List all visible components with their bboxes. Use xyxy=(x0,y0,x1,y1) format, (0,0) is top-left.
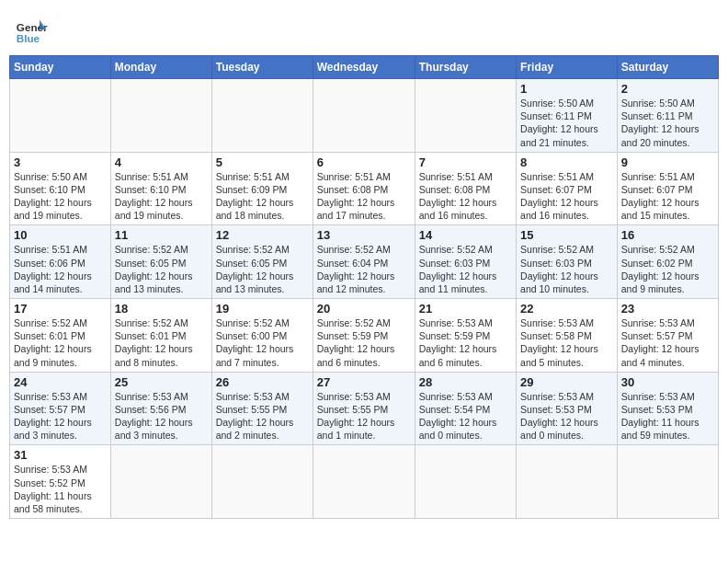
day-info: Sunrise: 5:53 AM Sunset: 5:53 PM Dayligh… xyxy=(621,390,714,442)
calendar-cell: 25Sunrise: 5:53 AM Sunset: 5:56 PM Dayli… xyxy=(110,372,211,445)
day-info: Sunrise: 5:51 AM Sunset: 6:07 PM Dayligh… xyxy=(621,170,714,223)
day-number: 13 xyxy=(317,228,411,242)
calendar-cell xyxy=(110,79,211,153)
calendar-cell: 8Sunrise: 5:51 AM Sunset: 6:07 PM Daylig… xyxy=(517,152,618,225)
day-number: 11 xyxy=(115,228,208,242)
day-info: Sunrise: 5:52 AM Sunset: 6:02 PM Dayligh… xyxy=(621,243,714,295)
day-number: 6 xyxy=(317,155,411,169)
day-number: 17 xyxy=(14,302,107,316)
day-info: Sunrise: 5:53 AM Sunset: 5:57 PM Dayligh… xyxy=(621,316,714,369)
day-info: Sunrise: 5:51 AM Sunset: 6:07 PM Dayligh… xyxy=(520,170,613,223)
calendar-cell: 30Sunrise: 5:53 AM Sunset: 5:53 PM Dayli… xyxy=(617,372,718,445)
day-number: 18 xyxy=(115,302,208,316)
day-number: 19 xyxy=(216,302,309,316)
weekday-header-saturday: Saturday xyxy=(617,56,718,79)
calendar-header: SundayMondayTuesdayWednesdayThursdayFrid… xyxy=(10,56,719,79)
weekday-row: SundayMondayTuesdayWednesdayThursdayFrid… xyxy=(10,56,719,79)
calendar-cell: 12Sunrise: 5:52 AM Sunset: 6:05 PM Dayli… xyxy=(211,225,313,299)
day-info: Sunrise: 5:53 AM Sunset: 5:55 PM Dayligh… xyxy=(216,390,309,442)
day-number: 10 xyxy=(14,228,107,242)
calendar-cell: 6Sunrise: 5:51 AM Sunset: 6:08 PM Daylig… xyxy=(313,152,415,225)
svg-text:Blue: Blue xyxy=(17,32,40,44)
calendar-cell xyxy=(415,445,516,519)
calendar-cell: 1Sunrise: 5:50 AM Sunset: 6:11 PM Daylig… xyxy=(517,79,618,153)
weekday-header-monday: Monday xyxy=(110,56,211,79)
day-number: 7 xyxy=(419,155,512,169)
day-number: 30 xyxy=(621,375,714,389)
day-info: Sunrise: 5:53 AM Sunset: 5:59 PM Dayligh… xyxy=(419,316,512,369)
page-header: General Blue xyxy=(9,9,719,50)
day-number: 25 xyxy=(115,375,208,389)
calendar-cell: 18Sunrise: 5:52 AM Sunset: 6:01 PM Dayli… xyxy=(110,299,211,373)
calendar-cell: 19Sunrise: 5:52 AM Sunset: 6:00 PM Dayli… xyxy=(211,299,313,373)
day-number: 16 xyxy=(621,228,714,242)
day-info: Sunrise: 5:52 AM Sunset: 6:00 PM Dayligh… xyxy=(216,316,309,369)
calendar-cell: 5Sunrise: 5:51 AM Sunset: 6:09 PM Daylig… xyxy=(211,152,313,225)
calendar-cell: 26Sunrise: 5:53 AM Sunset: 5:55 PM Dayli… xyxy=(211,372,313,445)
calendar-cell: 9Sunrise: 5:51 AM Sunset: 6:07 PM Daylig… xyxy=(617,152,718,225)
calendar-cell: 31Sunrise: 5:53 AM Sunset: 5:52 PM Dayli… xyxy=(10,445,111,519)
weekday-header-friday: Friday xyxy=(517,56,618,79)
calendar-cell: 10Sunrise: 5:51 AM Sunset: 6:06 PM Dayli… xyxy=(10,225,111,299)
day-number: 2 xyxy=(621,82,714,96)
day-info: Sunrise: 5:50 AM Sunset: 6:11 PM Dayligh… xyxy=(621,97,714,149)
calendar-cell: 28Sunrise: 5:53 AM Sunset: 5:54 PM Dayli… xyxy=(415,372,516,445)
calendar-cell xyxy=(110,445,211,519)
weekday-header-sunday: Sunday xyxy=(10,56,111,79)
calendar-cell xyxy=(10,79,111,153)
calendar-cell xyxy=(211,445,313,519)
calendar-week-4: 24Sunrise: 5:53 AM Sunset: 5:57 PM Dayli… xyxy=(10,372,719,445)
day-number: 24 xyxy=(14,375,107,389)
day-info: Sunrise: 5:51 AM Sunset: 6:09 PM Dayligh… xyxy=(216,170,309,223)
day-info: Sunrise: 5:53 AM Sunset: 5:56 PM Dayligh… xyxy=(115,390,208,442)
day-info: Sunrise: 5:53 AM Sunset: 5:52 PM Dayligh… xyxy=(14,463,107,515)
weekday-header-wednesday: Wednesday xyxy=(313,56,415,79)
calendar-week-3: 17Sunrise: 5:52 AM Sunset: 6:01 PM Dayli… xyxy=(10,299,719,373)
day-number: 28 xyxy=(419,375,512,389)
day-info: Sunrise: 5:52 AM Sunset: 6:01 PM Dayligh… xyxy=(115,316,208,369)
day-info: Sunrise: 5:53 AM Sunset: 5:55 PM Dayligh… xyxy=(317,390,411,442)
day-number: 20 xyxy=(317,302,411,316)
calendar-cell xyxy=(517,445,618,519)
calendar-cell: 23Sunrise: 5:53 AM Sunset: 5:57 PM Dayli… xyxy=(617,299,718,373)
day-info: Sunrise: 5:50 AM Sunset: 6:10 PM Dayligh… xyxy=(14,170,107,223)
day-number: 15 xyxy=(520,228,613,242)
day-info: Sunrise: 5:50 AM Sunset: 6:11 PM Dayligh… xyxy=(520,97,613,149)
day-number: 5 xyxy=(216,155,309,169)
day-info: Sunrise: 5:51 AM Sunset: 6:10 PM Dayligh… xyxy=(115,170,208,223)
day-number: 1 xyxy=(520,82,613,96)
calendar-cell: 13Sunrise: 5:52 AM Sunset: 6:04 PM Dayli… xyxy=(313,225,415,299)
calendar-week-1: 3Sunrise: 5:50 AM Sunset: 6:10 PM Daylig… xyxy=(10,152,719,225)
calendar-cell xyxy=(313,79,415,153)
calendar-cell: 2Sunrise: 5:50 AM Sunset: 6:11 PM Daylig… xyxy=(617,79,718,153)
calendar-cell: 21Sunrise: 5:53 AM Sunset: 5:59 PM Dayli… xyxy=(415,299,516,373)
calendar-cell: 17Sunrise: 5:52 AM Sunset: 6:01 PM Dayli… xyxy=(10,299,111,373)
weekday-header-thursday: Thursday xyxy=(415,56,516,79)
day-number: 8 xyxy=(520,155,613,169)
calendar-cell: 16Sunrise: 5:52 AM Sunset: 6:02 PM Dayli… xyxy=(617,225,718,299)
day-info: Sunrise: 5:53 AM Sunset: 5:58 PM Dayligh… xyxy=(520,316,613,369)
calendar-week-2: 10Sunrise: 5:51 AM Sunset: 6:06 PM Dayli… xyxy=(10,225,719,299)
calendar-week-0: 1Sunrise: 5:50 AM Sunset: 6:11 PM Daylig… xyxy=(10,79,719,153)
day-number: 12 xyxy=(216,228,309,242)
day-number: 31 xyxy=(14,448,107,462)
calendar-cell: 27Sunrise: 5:53 AM Sunset: 5:55 PM Dayli… xyxy=(313,372,415,445)
day-number: 14 xyxy=(419,228,512,242)
calendar-cell: 15Sunrise: 5:52 AM Sunset: 6:03 PM Dayli… xyxy=(517,225,618,299)
day-info: Sunrise: 5:52 AM Sunset: 6:05 PM Dayligh… xyxy=(216,243,309,295)
day-number: 27 xyxy=(317,375,411,389)
day-info: Sunrise: 5:52 AM Sunset: 5:59 PM Dayligh… xyxy=(317,316,411,369)
day-info: Sunrise: 5:52 AM Sunset: 6:05 PM Dayligh… xyxy=(115,243,208,295)
day-info: Sunrise: 5:52 AM Sunset: 6:01 PM Dayligh… xyxy=(14,316,107,369)
day-number: 3 xyxy=(14,155,107,169)
calendar-cell xyxy=(617,445,718,519)
day-number: 21 xyxy=(419,302,512,316)
day-info: Sunrise: 5:51 AM Sunset: 6:08 PM Dayligh… xyxy=(419,170,512,223)
day-number: 26 xyxy=(216,375,309,389)
calendar-cell: 11Sunrise: 5:52 AM Sunset: 6:05 PM Dayli… xyxy=(110,225,211,299)
calendar-cell: 24Sunrise: 5:53 AM Sunset: 5:57 PM Dayli… xyxy=(10,372,111,445)
calendar-cell: 14Sunrise: 5:52 AM Sunset: 6:03 PM Dayli… xyxy=(415,225,516,299)
day-number: 4 xyxy=(115,155,208,169)
logo: General Blue xyxy=(15,13,48,46)
day-info: Sunrise: 5:51 AM Sunset: 6:06 PM Dayligh… xyxy=(14,243,107,295)
